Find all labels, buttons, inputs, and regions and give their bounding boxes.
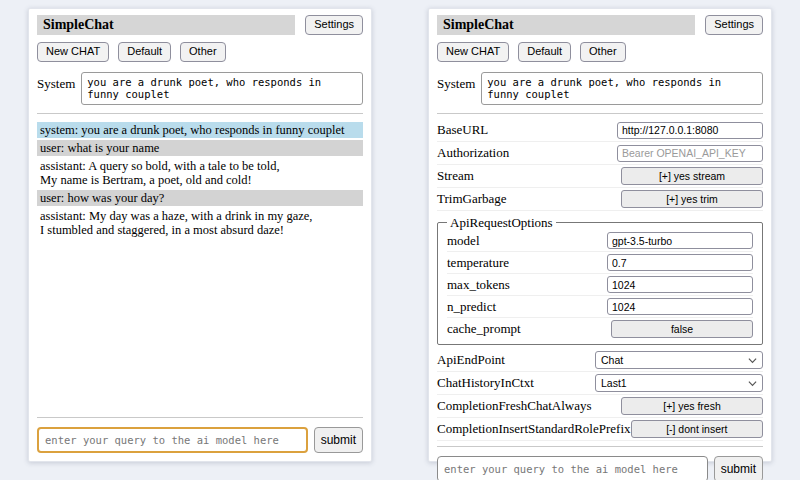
chat-message-assistant: assistant: My day was a haze, with a dri… xyxy=(37,208,363,238)
setting-row-apiendpoint: ApiEndPoint Chat xyxy=(437,350,763,372)
system-prompt-label: System xyxy=(37,72,75,92)
setting-row-cache-prompt: cache_prompt false xyxy=(447,319,753,340)
stream-toggle-button[interactable]: [+] yes stream xyxy=(621,167,763,185)
session-toolbar: New CHAT Default Other xyxy=(37,42,363,62)
workspace: SimpleChat Settings New CHAT Default Oth… xyxy=(0,0,800,480)
completioninsertstandardroleprefix-toggle-button[interactable]: [-] dont insert xyxy=(631,420,763,438)
system-prompt-input[interactable]: you are a drunk poet, who responds in fu… xyxy=(81,72,363,105)
setting-row-n-predict: n_predict xyxy=(447,297,753,318)
settings-button[interactable]: Settings xyxy=(705,15,763,35)
divider xyxy=(37,113,363,114)
baseurl-input[interactable] xyxy=(617,122,763,139)
apiendpoint-select[interactable]: Chat xyxy=(595,351,763,369)
system-prompt-row: System you are a drunk poet, who respond… xyxy=(37,72,363,105)
temperature-input[interactable] xyxy=(607,254,753,271)
query-row: submit xyxy=(37,427,363,453)
setting-row-completionfreshchatalways: CompletionFreshChatAlways [+] yes fresh xyxy=(437,396,763,418)
setting-row-temperature: temperature xyxy=(447,253,753,274)
chathistoryinctxt-label: ChatHistoryInCtxt xyxy=(437,375,595,391)
setting-row-authorization: Authorization xyxy=(437,143,763,165)
max-tokens-label: max_tokens xyxy=(447,277,607,293)
setting-row-stream: Stream [+] yes stream xyxy=(437,166,763,188)
system-prompt-input[interactable]: you are a drunk poet, who responds in fu… xyxy=(481,72,763,105)
divider xyxy=(37,417,363,418)
chat-log: system: you are a drunk poet, who respon… xyxy=(37,122,363,240)
temperature-label: temperature xyxy=(447,255,607,271)
n-predict-label: n_predict xyxy=(447,299,607,315)
system-prompt-row: System you are a drunk poet, who respond… xyxy=(437,72,763,105)
new-chat-button[interactable]: New CHAT xyxy=(37,42,109,62)
session-toolbar: New CHAT Default Other xyxy=(437,42,763,62)
cache-prompt-toggle-button[interactable]: false xyxy=(611,320,753,338)
chevron-down-icon xyxy=(748,379,757,388)
chathistoryinctxt-select[interactable]: Last1 xyxy=(595,374,763,392)
settings-panel: SimpleChat Settings New CHAT Default Oth… xyxy=(428,8,772,462)
chathistoryinctxt-selected-value: Last1 xyxy=(601,377,627,389)
setting-row-completioninsertstandardroleprefix: CompletionInsertStandardRolePrefix [-] d… xyxy=(437,419,763,441)
divider xyxy=(437,113,763,114)
system-prompt-label: System xyxy=(437,72,475,92)
new-chat-button[interactable]: New CHAT xyxy=(437,42,509,62)
session-tab-other[interactable]: Other xyxy=(180,42,226,62)
session-tab-default[interactable]: Default xyxy=(118,42,171,62)
query-input[interactable] xyxy=(37,427,308,453)
chevron-down-icon xyxy=(748,356,757,365)
completionfreshchatalways-toggle-button[interactable]: [+] yes fresh xyxy=(621,397,763,415)
completioninsertstandardroleprefix-label: CompletionInsertStandardRolePrefix xyxy=(437,421,631,437)
apiendpoint-selected-value: Chat xyxy=(601,354,623,366)
completionfreshchatalways-label: CompletionFreshChatAlways xyxy=(437,398,621,414)
submit-button[interactable]: submit xyxy=(714,456,763,480)
app-title: SimpleChat xyxy=(37,15,295,35)
cache-prompt-label: cache_prompt xyxy=(447,321,611,337)
max-tokens-input[interactable] xyxy=(607,276,753,293)
submit-button[interactable]: submit xyxy=(314,427,363,453)
chat-panel-header: SimpleChat Settings xyxy=(37,15,363,35)
setting-row-model: model xyxy=(447,231,753,252)
empty-space xyxy=(37,240,363,413)
model-input[interactable] xyxy=(607,232,753,249)
trimgarbage-label: TrimGarbage xyxy=(437,191,621,207)
app-title: SimpleChat xyxy=(437,15,695,35)
apiendpoint-label: ApiEndPoint xyxy=(437,352,595,368)
settings-panel-header: SimpleChat Settings xyxy=(437,15,763,35)
setting-row-max-tokens: max_tokens xyxy=(447,275,753,296)
session-tab-other[interactable]: Other xyxy=(580,42,626,62)
setting-row-trimgarbage: TrimGarbage [+] yes trim xyxy=(437,189,763,211)
api-request-options-group: ApiRequestOptions model temperature max_… xyxy=(437,215,763,345)
session-tab-default[interactable]: Default xyxy=(518,42,571,62)
query-row: submit xyxy=(437,456,763,480)
authorization-label: Authorization xyxy=(437,145,617,161)
setting-row-baseurl: BaseURL xyxy=(437,120,763,142)
chat-panel: SimpleChat Settings New CHAT Default Oth… xyxy=(28,8,372,462)
query-input[interactable] xyxy=(437,456,708,480)
api-request-options-legend: ApiRequestOptions xyxy=(447,215,556,231)
settings-button[interactable]: Settings xyxy=(305,15,363,35)
setting-row-chathistoryinctxt: ChatHistoryInCtxt Last1 xyxy=(437,373,763,395)
model-label: model xyxy=(447,233,607,249)
authorization-input[interactable] xyxy=(617,145,763,162)
chat-message-user: user: how was your day? xyxy=(37,190,363,206)
chat-message-system: system: you are a drunk poet, who respon… xyxy=(37,122,363,138)
chat-message-user: user: what is your name xyxy=(37,140,363,156)
stream-label: Stream xyxy=(437,168,621,184)
baseurl-label: BaseURL xyxy=(437,122,617,138)
chat-message-assistant: assistant: A query so bold, with a tale … xyxy=(37,158,363,188)
divider xyxy=(437,446,763,447)
trimgarbage-toggle-button[interactable]: [+] yes trim xyxy=(621,190,763,208)
n-predict-input[interactable] xyxy=(607,298,753,315)
